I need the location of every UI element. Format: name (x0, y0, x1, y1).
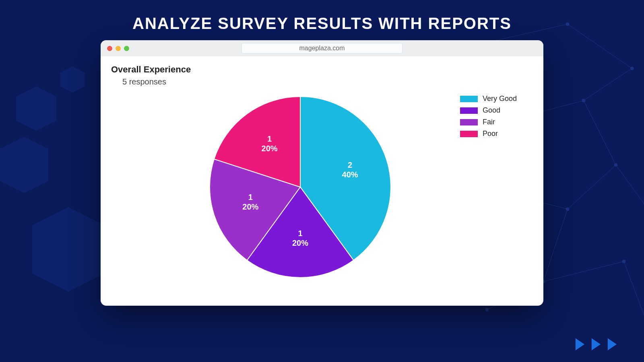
svg-marker-31 (576, 338, 584, 350)
browser-window: mageplaza.com Overall Experience 5 respo… (101, 40, 543, 306)
legend-swatch (460, 119, 478, 125)
svg-line-9 (584, 68, 632, 101)
page-title: ANALYZE SURVEY RESULTS WITH REPORTS (0, 0, 644, 33)
svg-line-21 (543, 261, 624, 282)
legend: Very GoodGoodFairPoor (460, 95, 517, 141)
slice-percent-label: 40% (342, 170, 358, 179)
svg-point-22 (622, 260, 625, 263)
chart-area: 240%120%120%120% Very GoodGoodFairPoor (111, 90, 533, 292)
url-bar[interactable]: mageplaza.com (242, 43, 402, 53)
window-maximize-icon[interactable] (124, 46, 129, 51)
legend-swatch (460, 96, 478, 102)
legend-item[interactable]: Fair (460, 118, 517, 126)
svg-point-11 (614, 163, 617, 167)
pie-chart: 240%120%120%120% (208, 95, 393, 280)
svg-line-17 (543, 209, 568, 282)
slice-value-label: 1 (248, 193, 253, 202)
svg-marker-29 (32, 207, 105, 292)
traffic-lights (107, 46, 129, 51)
chart-subtitle: 5 responses (122, 77, 533, 86)
slice-percent-label: 20% (262, 144, 278, 153)
url-text: mageplaza.com (299, 45, 345, 52)
legend-label: Poor (483, 130, 498, 138)
svg-marker-33 (608, 338, 617, 350)
svg-line-25 (616, 165, 644, 209)
svg-point-20 (485, 308, 489, 311)
window-close-icon[interactable] (107, 46, 112, 51)
slice-value-label: 1 (267, 134, 272, 143)
window-minimize-icon[interactable] (116, 46, 121, 51)
svg-line-23 (624, 261, 644, 326)
slice-percent-label: 20% (242, 202, 258, 211)
legend-swatch (460, 107, 478, 114)
svg-marker-32 (592, 338, 601, 350)
legend-label: Very Good (483, 95, 517, 103)
svg-point-8 (582, 99, 585, 102)
slice-value-label: 2 (348, 160, 352, 169)
svg-marker-30 (60, 66, 85, 93)
legend-item[interactable]: Very Good (460, 95, 517, 103)
legend-item[interactable]: Poor (460, 130, 517, 138)
svg-line-10 (584, 101, 616, 165)
slice-value-label: 1 (298, 229, 302, 238)
chart-title: Overall Experience (111, 64, 533, 75)
svg-marker-28 (0, 137, 48, 193)
legend-swatch (460, 131, 478, 137)
svg-point-15 (566, 208, 569, 211)
svg-marker-27 (16, 86, 56, 131)
legend-label: Fair (483, 118, 495, 126)
report-content: Overall Experience 5 responses 240%120%1… (101, 56, 543, 306)
slice-percent-label: 20% (292, 239, 308, 247)
svg-line-16 (568, 165, 616, 209)
svg-point-4 (630, 67, 634, 70)
legend-item[interactable]: Good (460, 106, 517, 115)
legend-label: Good (483, 106, 500, 115)
browser-chrome: mageplaza.com (101, 40, 543, 56)
